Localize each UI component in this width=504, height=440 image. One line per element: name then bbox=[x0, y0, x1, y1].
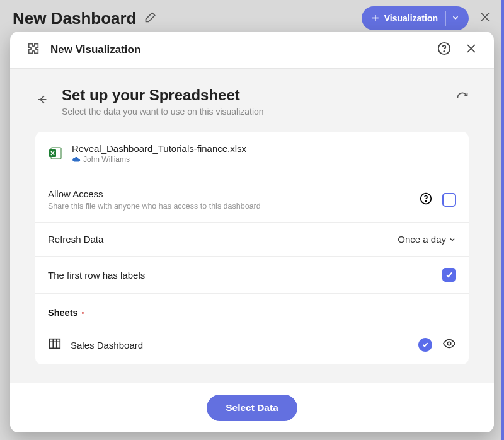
allow-access-sub: Share this file with anyone who has acce… bbox=[48, 202, 261, 211]
file-owner: John Williams bbox=[83, 155, 130, 164]
first-row-has-labels-label: The first row has labels bbox=[48, 270, 145, 281]
sheet-item[interactable]: Sales Dashboard bbox=[35, 325, 469, 364]
refresh-data-value: Once a day bbox=[398, 234, 446, 245]
svg-point-7 bbox=[447, 342, 451, 345]
svg-point-1 bbox=[444, 51, 444, 52]
modal-close-icon[interactable] bbox=[465, 42, 478, 57]
sheets-heading: Sheets • bbox=[35, 294, 469, 325]
sheet-name: Sales Dashboard bbox=[71, 340, 143, 350]
chevron-down-icon[interactable] bbox=[451, 13, 460, 24]
step-title: Set up your Spreadsheet bbox=[62, 86, 264, 104]
refresh-data-label: Refresh Data bbox=[48, 234, 103, 245]
window-edge bbox=[501, 0, 504, 440]
allow-access-help-icon[interactable] bbox=[420, 192, 432, 207]
select-data-button[interactable]: Select Data bbox=[207, 395, 297, 421]
dashboard-header: New Dashboard + Visualization bbox=[0, 0, 504, 30]
plus-icon: + bbox=[372, 11, 379, 26]
modal-footer: Select Data bbox=[10, 383, 494, 432]
first-row-has-labels-row: The first row has labels bbox=[35, 257, 469, 294]
svg-rect-6 bbox=[50, 339, 60, 349]
allow-access-label: Allow Access bbox=[48, 188, 261, 199]
refresh-icon[interactable] bbox=[456, 91, 469, 107]
file-name: Reveal_Dashboard_Tutorials-finance.xlsx bbox=[72, 143, 246, 154]
step-subtitle: Select the data you want to use on this … bbox=[62, 107, 264, 117]
dashboard-title: New Dashboard bbox=[13, 9, 137, 28]
allow-access-checkbox[interactable] bbox=[442, 193, 456, 207]
new-visualization-modal: New Visualization Set up your Spreadshee… bbox=[10, 32, 494, 432]
refresh-data-row: Refresh Data Once a day bbox=[35, 223, 469, 257]
selected-check-icon bbox=[418, 338, 432, 352]
refresh-data-select[interactable]: Once a day bbox=[398, 234, 456, 245]
back-arrow-icon[interactable] bbox=[35, 93, 49, 109]
help-icon[interactable] bbox=[437, 42, 451, 58]
modal-title: New Visualization bbox=[50, 43, 140, 56]
first-row-has-labels-checkbox[interactable] bbox=[442, 268, 456, 282]
modal-header: New Visualization bbox=[10, 32, 494, 69]
preview-icon[interactable] bbox=[442, 337, 456, 353]
add-visualization-button[interactable]: + Visualization bbox=[362, 6, 469, 30]
table-icon bbox=[48, 337, 62, 353]
dashboard-close-icon[interactable] bbox=[479, 11, 491, 26]
onedrive-icon bbox=[72, 154, 81, 165]
add-visualization-label: Visualization bbox=[384, 13, 438, 23]
spreadsheet-file-row[interactable]: Reveal_Dashboard_Tutorials-finance.xlsx … bbox=[35, 132, 469, 177]
excel-icon bbox=[48, 146, 63, 163]
required-indicator: • bbox=[82, 310, 84, 315]
svg-point-5 bbox=[425, 200, 426, 201]
allow-access-row: Allow Access Share this file with anyone… bbox=[35, 177, 469, 223]
edit-title-icon[interactable] bbox=[144, 11, 157, 26]
puzzle-icon bbox=[26, 42, 40, 58]
